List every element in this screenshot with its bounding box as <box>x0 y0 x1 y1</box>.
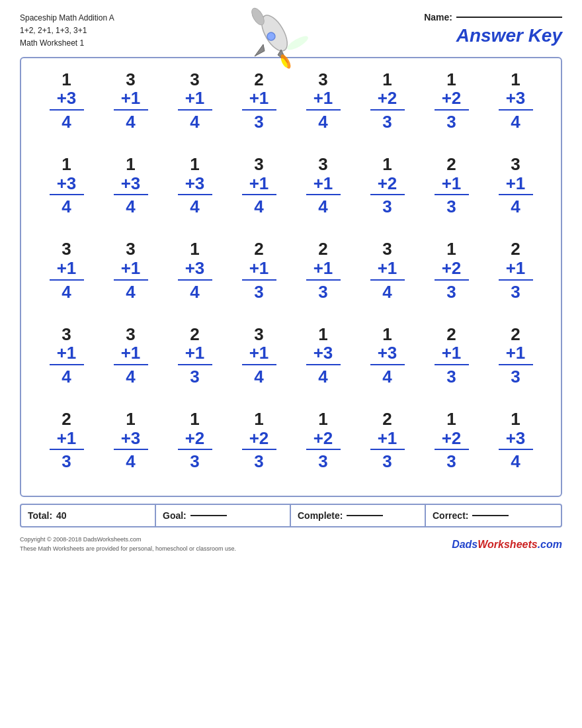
worksheet-title-line2: 1+2, 2+1, 1+3, 3+1 <box>20 24 114 37</box>
num-add: +1 <box>242 89 276 111</box>
row-spacer <box>34 228 548 234</box>
num-top: 1 <box>382 155 392 174</box>
problem: 2+13 <box>355 404 419 482</box>
num-add: +1 <box>50 343 84 365</box>
num-top: 2 <box>318 240 327 259</box>
complete-line <box>347 515 383 516</box>
num-result: 3 <box>446 282 456 302</box>
num-top: 2 <box>382 410 392 429</box>
num-add: +3 <box>306 343 341 365</box>
num-add: +1 <box>370 259 405 281</box>
num-result: 4 <box>126 282 135 302</box>
problem: 3+14 <box>34 320 99 398</box>
problem: 3+14 <box>99 320 163 398</box>
footer-goal: Goal: <box>156 505 291 526</box>
num-result: 4 <box>318 367 327 387</box>
num-top: 2 <box>190 325 199 344</box>
svg-point-7 <box>285 34 310 52</box>
num-result: 3 <box>511 367 520 387</box>
problem: 1+34 <box>483 404 548 482</box>
num-top: 1 <box>126 410 135 429</box>
footer-correct: Correct: <box>426 505 561 526</box>
problem-grid: 1+343+143+142+133+141+231+231+341+341+34… <box>34 65 548 483</box>
num-add: +1 <box>242 259 276 281</box>
footer-total: Total: 40 <box>21 505 156 526</box>
name-line <box>456 17 562 18</box>
problem: 1+23 <box>419 65 483 143</box>
num-top: 3 <box>126 240 135 259</box>
num-add: +1 <box>178 89 212 111</box>
num-top: 3 <box>382 240 392 259</box>
num-add: +1 <box>499 259 533 281</box>
num-add: +1 <box>114 343 148 365</box>
num-add: +1 <box>178 343 212 365</box>
problem: 1+23 <box>163 404 227 482</box>
copyright-line2: These Math Worksheets are provided for p… <box>20 545 236 554</box>
num-top: 1 <box>318 325 327 344</box>
num-add: +3 <box>50 89 84 111</box>
problem: 1+23 <box>355 65 419 143</box>
num-add: +2 <box>435 259 469 281</box>
num-top: 2 <box>446 155 456 174</box>
num-add: +2 <box>306 429 341 451</box>
num-add: +1 <box>435 174 469 196</box>
problem: 2+13 <box>483 234 548 312</box>
num-top: 2 <box>511 240 520 259</box>
problem: 1+34 <box>291 320 355 398</box>
num-add: +2 <box>435 429 469 451</box>
num-add: +2 <box>435 89 469 111</box>
num-result: 3 <box>382 197 392 217</box>
problem: 2+13 <box>419 320 483 398</box>
num-add: +1 <box>499 174 533 196</box>
num-add: +1 <box>306 174 341 196</box>
num-top: 1 <box>446 70 456 89</box>
problem: 2+13 <box>483 320 548 398</box>
problem: 1+34 <box>163 234 227 312</box>
num-add: +1 <box>306 259 341 281</box>
num-result: 4 <box>62 367 71 387</box>
problem: 3+14 <box>34 234 99 312</box>
brand-worksheets: Worksheets <box>478 539 537 550</box>
num-result: 3 <box>446 367 456 387</box>
num-top: 1 <box>318 410 327 429</box>
num-result: 3 <box>254 282 263 302</box>
num-top: 3 <box>254 325 263 344</box>
problem: 2+13 <box>227 234 291 312</box>
worksheet-title-line1: Spaceship Math Addition A <box>20 12 114 24</box>
problem: 2+13 <box>291 234 355 312</box>
svg-marker-4 <box>255 44 265 56</box>
num-result: 4 <box>62 197 71 217</box>
name-label: Name: <box>424 12 452 23</box>
num-add: +1 <box>306 89 341 111</box>
problem: 3+14 <box>163 65 227 143</box>
problem: 3+14 <box>355 234 419 312</box>
problem: 1+34 <box>34 150 99 228</box>
footer-totals: Total: 40 Goal: Complete: Correct: <box>20 504 562 527</box>
brand-logo: DadsWorksheets.com <box>452 539 562 551</box>
num-add: +2 <box>370 174 405 196</box>
brand-com: .com <box>538 539 562 550</box>
row-spacer <box>34 398 548 404</box>
correct-line <box>472 515 509 516</box>
num-result: 4 <box>62 112 71 132</box>
num-result: 3 <box>254 112 263 132</box>
num-add: +1 <box>435 343 469 365</box>
num-top: 1 <box>382 325 392 344</box>
problem: 1+23 <box>355 150 419 228</box>
answer-key-label: Answer Key <box>456 25 562 46</box>
row-spacer <box>34 143 548 150</box>
num-add: +1 <box>114 89 148 111</box>
copyright-line1: Copyright © 2008-2018 DadsWorksheets.com <box>20 535 236 545</box>
num-result: 4 <box>511 112 520 132</box>
num-result: 4 <box>382 282 392 302</box>
problem: 3+14 <box>291 150 355 228</box>
num-result: 4 <box>190 282 199 302</box>
num-result: 3 <box>382 451 392 472</box>
problem: 1+23 <box>291 404 355 482</box>
num-top: 1 <box>446 410 456 429</box>
header-right: Name: Answer Key <box>424 12 562 46</box>
num-top: 3 <box>126 325 135 344</box>
num-result: 4 <box>62 282 71 302</box>
num-top: 1 <box>511 70 520 89</box>
num-result: 3 <box>446 112 456 132</box>
